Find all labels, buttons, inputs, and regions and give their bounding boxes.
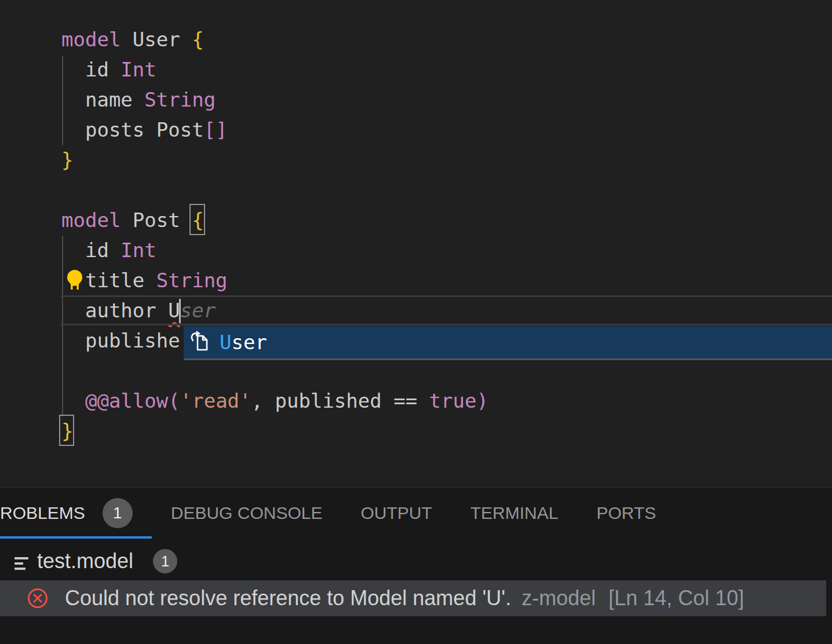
suggestion-widget[interactable]: User bbox=[184, 326, 832, 360]
code-token: } bbox=[61, 148, 73, 171]
code-token: name bbox=[61, 88, 144, 111]
code-token bbox=[61, 389, 85, 412]
code-token: posts Post bbox=[61, 118, 204, 141]
problem-error-row[interactable]: Could not resolve reference to Model nam… bbox=[0, 580, 826, 616]
file-problems-count-badge: 1 bbox=[153, 549, 177, 573]
code-line[interactable]: posts Post[] bbox=[0, 115, 832, 145]
code-line[interactable]: title String bbox=[0, 265, 832, 295]
code-token: Int bbox=[121, 58, 156, 81]
suggestion-match-text: U bbox=[220, 331, 231, 354]
error-source: z-model bbox=[521, 586, 596, 610]
inline-suggestion-ghost-text: ser bbox=[180, 299, 216, 322]
file-icon bbox=[14, 553, 30, 569]
code-token: String bbox=[144, 88, 216, 111]
code-line[interactable]: } bbox=[0, 416, 832, 446]
code-line[interactable]: id Int bbox=[0, 235, 832, 265]
tab-output-label: OUTPUT bbox=[360, 503, 432, 523]
code-token: model bbox=[61, 208, 121, 232]
code-line[interactable]: author User bbox=[0, 295, 832, 325]
code-token: ( bbox=[168, 389, 180, 412]
code-token: Int bbox=[121, 239, 156, 262]
bracket-match: } bbox=[61, 419, 73, 442]
code-token: 'read' bbox=[180, 389, 251, 412]
code-token: String bbox=[156, 269, 228, 292]
bottom-panel: ROBLEMS 1 DEBUG CONSOLE OUTPUT TERMINAL … bbox=[0, 487, 832, 644]
code-token: Post bbox=[121, 208, 192, 232]
tab-terminal[interactable]: TERMINAL bbox=[451, 488, 578, 539]
code-token: ) bbox=[477, 389, 488, 412]
bracket-match: { bbox=[192, 208, 203, 232]
tab-debug-console[interactable]: DEBUG CONSOLE bbox=[152, 488, 342, 539]
code-line[interactable]: @@allow('read', published == true) bbox=[0, 386, 832, 416]
code-line[interactable] bbox=[0, 175, 832, 205]
error-message: Could not resolve reference to Model nam… bbox=[65, 586, 511, 610]
problems-count-badge: 1 bbox=[103, 498, 133, 528]
error-icon bbox=[27, 587, 49, 609]
problems-file-name: test.model bbox=[37, 549, 133, 573]
code-content: model User { id Int name String posts Po… bbox=[0, 24, 832, 446]
code-token: model bbox=[61, 28, 121, 51]
panel-tab-bar: ROBLEMS 1 DEBUG CONSOLE OUTPUT TERMINAL … bbox=[0, 488, 832, 539]
lightbulb-icon[interactable] bbox=[65, 269, 85, 292]
code-line[interactable]: model Post { bbox=[0, 205, 832, 235]
suggestion-item-user[interactable]: User bbox=[220, 331, 267, 354]
problems-file-row[interactable]: test.model 1 bbox=[0, 542, 832, 580]
tab-output[interactable]: OUTPUT bbox=[341, 488, 451, 539]
reference-icon bbox=[189, 331, 211, 354]
tab-terminal-label: TERMINAL bbox=[470, 503, 559, 523]
code-token: id bbox=[61, 239, 121, 262]
tab-ports[interactable]: PORTS bbox=[577, 488, 675, 539]
code-line[interactable]: id Int bbox=[0, 54, 832, 85]
tab-ports-label: PORTS bbox=[596, 503, 656, 523]
code-token: author bbox=[61, 299, 168, 322]
code-line[interactable]: model User { bbox=[0, 24, 832, 54]
tab-problems[interactable]: ROBLEMS 1 bbox=[0, 488, 152, 539]
tab-problems-label: ROBLEMS bbox=[0, 503, 85, 523]
code-token: publishe bbox=[61, 329, 180, 352]
code-token: , published == bbox=[251, 389, 429, 412]
code-token: U bbox=[168, 299, 180, 322]
suggestion-rest-text: ser bbox=[231, 331, 267, 354]
code-line[interactable]: name String bbox=[0, 85, 832, 115]
tab-debug-console-label: DEBUG CONSOLE bbox=[171, 503, 323, 523]
code-token: id bbox=[61, 58, 121, 81]
code-token: true bbox=[429, 389, 477, 412]
code-token: [] bbox=[204, 118, 228, 141]
code-token: { bbox=[192, 28, 203, 51]
code-line[interactable]: } bbox=[0, 145, 832, 175]
code-editor[interactable]: model User { id Int name String posts Po… bbox=[0, 0, 832, 487]
code-token: User bbox=[121, 28, 192, 51]
error-location: [Ln 14, Col 10] bbox=[608, 586, 744, 610]
code-token: @@allow bbox=[85, 389, 168, 412]
